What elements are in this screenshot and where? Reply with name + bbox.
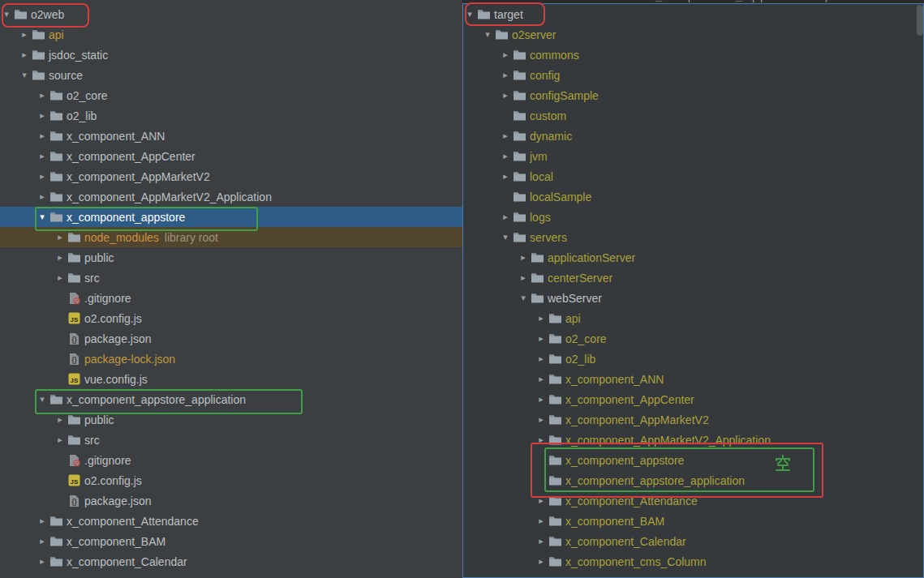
tree-row-x_component_BAM[interactable]: ▸x_component_BAM — [0, 531, 462, 551]
chevron-right-icon[interactable]: ▸ — [535, 430, 548, 450]
tree-row-o2.config.js[interactable]: JSo2.config.js — [0, 470, 462, 490]
chevron-right-icon[interactable]: ▸ — [535, 328, 548, 349]
tree-row-source[interactable]: ▾source — [0, 65, 462, 85]
scrollbar[interactable] — [917, 5, 923, 576]
chevron-right-icon[interactable]: ▸ — [535, 409, 548, 430]
chevron-right-icon[interactable]: ▸ — [36, 551, 49, 572]
chevron-right-icon[interactable]: ▸ — [499, 85, 512, 105]
chevron-down-icon[interactable]: ▾ — [463, 4, 476, 24]
tree-row-x_component_BAM[interactable]: ▸x_component_BAM — [463, 511, 923, 531]
chevron-right-icon[interactable]: ▸ — [54, 430, 67, 450]
tree-row-.gitignore[interactable]: .gitignore — [0, 288, 462, 308]
chevron-right-icon[interactable]: ▸ — [499, 126, 512, 146]
tree-row-configSample[interactable]: ▸configSample — [463, 85, 923, 105]
chevron-down-icon[interactable]: ▾ — [0, 4, 13, 24]
tree-row-commons[interactable]: ▸commons — [463, 45, 923, 65]
chevron-right-icon[interactable]: ▸ — [36, 85, 49, 105]
chevron-down-icon[interactable]: ▾ — [18, 65, 31, 85]
tree-row-node_modules[interactable]: ▸node_moduleslibrary root — [0, 227, 462, 247]
chevron-right-icon[interactable]: ▸ — [54, 227, 67, 247]
tree-row-x_component_AppMarketV2_Application[interactable]: ▸x_component_AppMarketV2_Application — [463, 430, 923, 450]
tree-row-webServer[interactable]: ▾webServer — [463, 288, 923, 308]
tree-row-x_component_AppMarketV2[interactable]: ▸x_component_AppMarketV2 — [0, 166, 462, 186]
tree-row-x_component_AppCenter[interactable]: ▸x_component_AppCenter — [463, 389, 923, 409]
chevron-right-icon[interactable]: ▸ — [517, 247, 530, 268]
tree-row-o2_core[interactable]: ▸o2_core — [463, 328, 923, 349]
tree-row-x_component_Calendar[interactable]: ▸x_component_Calendar — [463, 531, 923, 551]
chevron-right-icon[interactable]: ▸ — [499, 65, 512, 85]
tree-row-x_component_Calendar[interactable]: ▸x_component_Calendar — [0, 551, 462, 572]
chevron-right-icon[interactable]: ▸ — [18, 24, 31, 45]
chevron-right-icon[interactable]: ▸ — [535, 490, 548, 511]
tree-row-jvm[interactable]: ▸jvm — [463, 146, 923, 166]
tree-row-x_component_AppMarketV2_Application[interactable]: ▸x_component_AppMarketV2_Application — [0, 186, 462, 207]
chevron-right-icon[interactable]: ▸ — [535, 511, 548, 531]
chevron-right-icon[interactable]: ▸ — [36, 186, 49, 207]
tree-row-x_component_appstore[interactable]: ▾x_component_appstore — [0, 207, 462, 227]
tree-row-src[interactable]: ▸src — [0, 430, 462, 450]
tree-row-custom[interactable]: custom — [463, 105, 923, 126]
tree-row-dynamic[interactable]: ▸dynamic — [463, 126, 923, 146]
tree-row-target[interactable]: ▾target — [463, 4, 923, 24]
tree-row-api[interactable]: ▸api — [0, 24, 462, 45]
chevron-right-icon[interactable]: ▸ — [535, 369, 548, 389]
chevron-right-icon[interactable]: ▸ — [535, 389, 548, 409]
tree-row-o2_core[interactable]: ▸o2_core — [0, 85, 462, 105]
chevron-right-icon[interactable]: ▸ — [36, 166, 49, 186]
tree-row-o2web[interactable]: ▾o2web — [0, 4, 462, 24]
chevron-right-icon[interactable]: ▸ — [54, 268, 67, 288]
tree-row-local[interactable]: ▸local — [463, 166, 923, 186]
tree-row-api[interactable]: ▸api — [463, 308, 923, 328]
chevron-right-icon[interactable]: ▸ — [36, 126, 49, 146]
tree-row-config[interactable]: ▸config — [463, 65, 923, 85]
tree-row-x_component_Attendance[interactable]: ▸x_component_Attendance — [463, 490, 923, 511]
chevron-down-icon[interactable]: ▾ — [517, 288, 530, 308]
chevron-right-icon[interactable]: ▸ — [499, 166, 512, 186]
chevron-right-icon[interactable]: ▸ — [517, 268, 530, 288]
tree-row-jsdoc_static[interactable]: ▸jsdoc_static — [0, 45, 462, 65]
tree-row-x_component_cms_Column[interactable]: ▸x_component_cms_Column — [463, 551, 923, 572]
chevron-right-icon[interactable]: ▸ — [535, 551, 548, 572]
chevron-right-icon[interactable]: ▸ — [18, 45, 31, 65]
chevron-down-icon[interactable]: ▾ — [481, 24, 494, 45]
chevron-right-icon[interactable]: ▸ — [36, 531, 49, 551]
tree-row-applicationServer[interactable]: ▸applicationServer — [463, 247, 923, 268]
tree-row-public[interactable]: ▸public — [0, 409, 462, 430]
tree-row-o2.config.js[interactable]: JSo2.config.js — [0, 308, 462, 328]
chevron-right-icon[interactable]: ▸ — [54, 409, 67, 430]
tree-row-package-lock.json[interactable]: {}package-lock.json — [0, 349, 462, 369]
tree-row-x_component_appstore_application[interactable]: x_component_appstore_application — [463, 470, 923, 490]
tree-row-x_component_ANN[interactable]: ▸x_component_ANN — [0, 126, 462, 146]
tree-row-o2_lib[interactable]: ▸o2_lib — [463, 349, 923, 369]
tree-row-x_component_AppCenter[interactable]: ▸x_component_AppCenter — [0, 146, 462, 166]
tree-row-logs[interactable]: ▸logs — [463, 207, 923, 227]
tree-row-x_component_appstore_application[interactable]: ▾x_component_appstore_application — [0, 389, 462, 409]
chevron-down-icon[interactable]: ▾ — [36, 389, 49, 409]
tree-row-.gitignore[interactable]: .gitignore — [0, 450, 462, 470]
scrollbar-thumb[interactable] — [917, 5, 923, 36]
tree-row-centerServer[interactable]: ▸centerServer — [463, 268, 923, 288]
tree-row-x_component_ANN[interactable]: ▸x_component_ANN — [463, 369, 923, 389]
chevron-right-icon[interactable]: ▸ — [535, 531, 548, 551]
chevron-right-icon[interactable]: ▸ — [36, 511, 49, 531]
tree-row-x_component_Attendance[interactable]: ▸x_component_Attendance — [0, 511, 462, 531]
tree-row-vue.config.js[interactable]: JSvue.config.js — [0, 369, 462, 389]
chevron-right-icon[interactable]: ▸ — [499, 45, 512, 65]
tree-row-x_component_AppMarketV2[interactable]: ▸x_component_AppMarketV2 — [463, 409, 923, 430]
chevron-right-icon[interactable]: ▸ — [499, 207, 512, 227]
chevron-right-icon[interactable]: ▸ — [54, 247, 67, 268]
chevron-right-icon[interactable]: ▸ — [36, 105, 49, 126]
chevron-right-icon[interactable]: ▸ — [499, 146, 512, 166]
chevron-down-icon[interactable]: ▾ — [36, 207, 49, 227]
chevron-right-icon[interactable]: ▸ — [535, 349, 548, 369]
tree-row-localSample[interactable]: localSample — [463, 186, 923, 207]
chevron-down-icon[interactable]: ▾ — [499, 227, 512, 247]
tree-row-servers[interactable]: ▾servers — [463, 227, 923, 247]
tree-row-package.json[interactable]: {}package.json — [0, 328, 462, 349]
tree-row-o2server[interactable]: ▾o2server — [463, 24, 923, 45]
tree-row-src[interactable]: ▸src — [0, 268, 462, 288]
tree-row-x_component_appstore[interactable]: x_component_appstore — [463, 450, 923, 470]
tree-row-public[interactable]: ▸public — [0, 247, 462, 268]
chevron-right-icon[interactable]: ▸ — [535, 308, 548, 328]
tree-row-package.json[interactable]: {}package.json — [0, 490, 462, 511]
